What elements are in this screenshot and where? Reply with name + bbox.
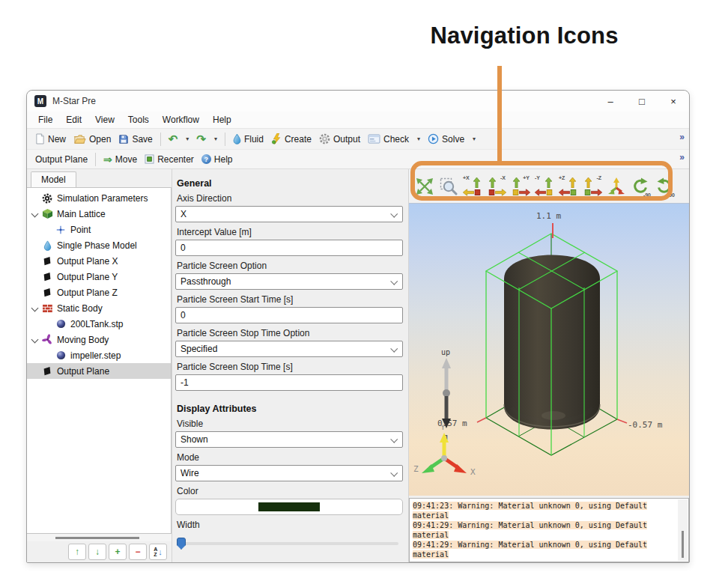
maximize-button[interactable]: □	[626, 91, 658, 112]
axis-y-label: Y	[440, 422, 446, 432]
view-minus-y-button[interactable]: -Y	[534, 174, 555, 199]
fluid-button[interactable]: Fluid	[229, 132, 267, 146]
move-button[interactable]: ⇒ Move	[100, 153, 141, 166]
intercept-input[interactable]: 0	[175, 240, 403, 256]
scrollbar-thumb[interactable]	[682, 531, 684, 558]
tree-item-static-body[interactable]: Static Body	[27, 300, 171, 316]
redo-dropdown[interactable]: ▾	[210, 134, 221, 144]
undo-button[interactable]: ↶	[165, 133, 182, 146]
rotate-cw-button[interactable]: +90	[654, 174, 675, 199]
help-button[interactable]: ? Help	[198, 153, 237, 166]
recenter-button[interactable]: Recenter	[141, 153, 198, 166]
tree-horizontal-scrollbar[interactable]	[27, 534, 172, 541]
fit-view-button[interactable]	[414, 174, 435, 199]
expander-icon[interactable]	[31, 305, 39, 312]
close-button[interactable]: ×	[658, 91, 689, 112]
toolbar-overflow-button[interactable]: »	[679, 132, 685, 142]
tank-body	[504, 255, 600, 430]
new-button[interactable]: New	[31, 132, 70, 146]
tree-item-main-lattice[interactable]: Main Lattice	[27, 206, 171, 222]
slider-track[interactable]	[177, 542, 398, 545]
point-icon	[55, 224, 67, 236]
solve-dropdown[interactable]: ▾	[468, 134, 479, 144]
viewport-3d[interactable]: 1.1 m 0.57 m -0.57 m up g	[409, 203, 689, 496]
tree-item-moving-body[interactable]: Moving Body	[27, 332, 171, 347]
sort-button[interactable]: AZ ↓	[149, 544, 167, 560]
log-console[interactable]: 09:41:23: Warning: Material unknown 0, u…	[409, 498, 689, 562]
log-line: 09:41:23: Warning: Material unknown 0, u…	[413, 501, 676, 511]
start-time-input[interactable]: 0	[175, 307, 403, 323]
view-minus-x-button[interactable]: -X	[486, 174, 507, 199]
undo-dropdown[interactable]: ▾	[181, 134, 192, 144]
rotate-ccw-button[interactable]: -90	[630, 174, 651, 199]
down-arrow-icon: ↓	[95, 547, 100, 557]
remove-item-button[interactable]: −	[129, 544, 147, 560]
toolbar-separator	[160, 133, 161, 146]
mode-select[interactable]: Wire	[175, 465, 403, 481]
view-plus-y-button[interactable]: +Y	[510, 174, 531, 199]
tree-item-output-plane-y[interactable]: Output Plane Y	[27, 269, 171, 285]
sidebar-tabstrip: Model	[27, 169, 172, 187]
add-item-button[interactable]: +	[109, 544, 127, 560]
create-lightning-icon	[271, 133, 282, 145]
menu-edit[interactable]: Edit	[59, 113, 88, 127]
solve-play-icon	[428, 133, 439, 145]
model-tree[interactable]: Simulation Parameters Main Lattice Point…	[27, 187, 172, 534]
color-picker-button[interactable]	[175, 499, 403, 515]
scrollbar-thumb[interactable]	[55, 537, 139, 539]
move-down-button[interactable]: ↓	[88, 544, 106, 560]
menu-bar: File Edit View Tools Workflow Help	[27, 112, 689, 128]
toolbar-overflow-button[interactable]: »	[679, 152, 685, 162]
solve-button[interactable]: Solve	[424, 132, 468, 146]
help-icon: ?	[201, 154, 211, 164]
expander-icon[interactable]	[31, 336, 39, 344]
toolbar-separator	[95, 153, 96, 166]
create-button[interactable]: Create	[267, 132, 315, 146]
tree-item-200ltank[interactable]: 200LTank.stp	[27, 316, 171, 332]
tree-item-point[interactable]: Point	[27, 222, 171, 237]
particle-screen-option-select[interactable]: Passthrough	[175, 273, 403, 290]
width-slider[interactable]	[177, 537, 401, 550]
tab-model[interactable]: Model	[31, 171, 76, 187]
width-label: Width	[177, 520, 403, 530]
plane-icon	[41, 255, 53, 267]
log-scrollbar[interactable]	[678, 499, 688, 561]
menu-tools[interactable]: Tools	[121, 113, 156, 127]
redo-button[interactable]: ↷	[192, 133, 210, 146]
tree-item-output-plane-selected[interactable]: Output Plane	[27, 363, 171, 379]
axis-direction-select[interactable]: X	[175, 206, 403, 222]
view-plus-x-button[interactable]: +X	[462, 174, 483, 199]
open-button[interactable]: Open	[70, 133, 115, 146]
view-minus-z-icon	[583, 177, 602, 196]
menu-file[interactable]: File	[31, 113, 59, 127]
chevron-down-icon	[390, 278, 398, 285]
save-button[interactable]: Save	[115, 133, 156, 146]
slider-handle[interactable]	[177, 538, 186, 550]
view-plus-z-button[interactable]: +Z	[558, 174, 579, 199]
visible-select[interactable]: Shown	[175, 431, 403, 448]
start-time-label: Particle Screen Start Time [s]	[177, 294, 403, 305]
chevron-down-icon	[390, 436, 398, 443]
check-button[interactable]: Check	[364, 133, 413, 146]
tree-item-impeller[interactable]: impeller.step	[27, 347, 171, 363]
zoom-window-button[interactable]	[438, 174, 459, 199]
menu-help[interactable]: Help	[206, 113, 238, 127]
tree-item-output-plane-x[interactable]: Output Plane X	[27, 253, 171, 269]
iso-view-button[interactable]	[606, 174, 627, 199]
section-display-attributes: Display Attributes	[177, 404, 403, 414]
output-button[interactable]: Output	[315, 132, 364, 146]
menu-view[interactable]: View	[88, 113, 121, 127]
minimize-button[interactable]: –	[595, 91, 626, 112]
menu-workflow[interactable]: Workflow	[156, 113, 206, 127]
move-up-button[interactable]: ↑	[68, 544, 86, 560]
tree-item-simulation-parameters[interactable]: Simulation Parameters	[27, 190, 171, 206]
tree-item-output-plane-z[interactable]: Output Plane Z	[27, 285, 171, 300]
stop-time-option-select[interactable]: Specified	[175, 341, 403, 357]
view-minus-z-button[interactable]: -Z	[582, 174, 603, 199]
tree-item-single-phase-model[interactable]: Single Phase Model	[27, 237, 171, 253]
check-dropdown[interactable]: ▾	[413, 134, 424, 144]
title-bar[interactable]: M M-Star Pre – □ ×	[27, 91, 689, 112]
axis-x-label: X	[470, 467, 476, 477]
expander-icon[interactable]	[31, 210, 39, 218]
stop-time-input[interactable]: -1	[175, 374, 403, 391]
